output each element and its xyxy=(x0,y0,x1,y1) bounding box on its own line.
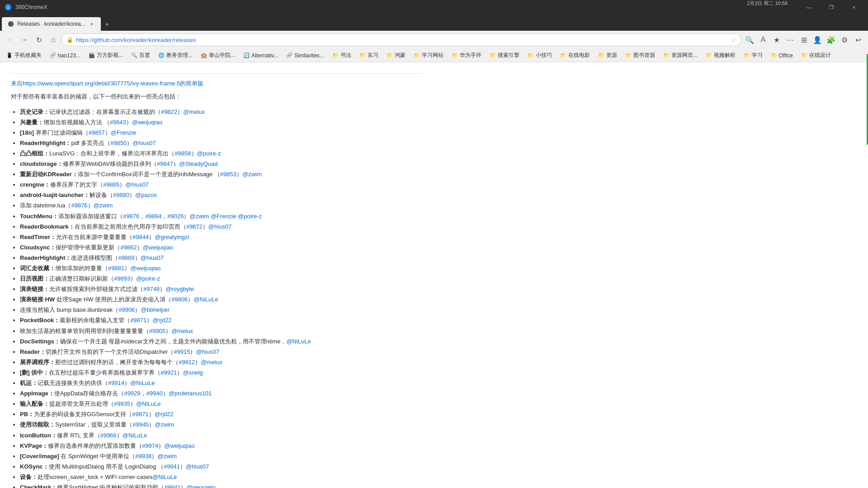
bookmark-learning-label: 学习网站 xyxy=(422,52,443,59)
office-icon: 📁 xyxy=(771,52,777,58)
bookmark-star-button[interactable]: ★ xyxy=(770,33,783,46)
bookmark-taishan[interactable]: 🏫 泰山学院... xyxy=(197,51,239,60)
back-button[interactable]: ← xyxy=(4,33,16,46)
list-item: DocSettings：确保在一个并主题 母题#sidecar文件之间，主题文件… xyxy=(20,337,423,347)
resnet-icon: 📁 xyxy=(663,52,670,58)
home-button[interactable]: ⌂ xyxy=(47,33,60,46)
list-item: CheckMark：修界SortWidget 中选种标记的刷新功能（#9941）… xyxy=(20,483,423,488)
bookmark-movies[interactable]: 📁 在线电影 xyxy=(557,51,594,60)
refresh-button[interactable]: ↻ xyxy=(33,33,45,46)
movies-icon: 📁 xyxy=(560,52,566,58)
similarites-icon: 🔗 xyxy=(286,52,292,58)
list-item: 机运：记载无连接换失失的供供（#9914）@NiLuLe xyxy=(20,378,423,388)
bookmark-studylink[interactable]: 📁 学习 xyxy=(740,51,766,60)
bookmark-office-label: Office xyxy=(779,52,793,59)
window-controls: 2月2日 周二 10:58 — ❐ × xyxy=(747,0,864,14)
bookmark-books[interactable]: 📁 书法 xyxy=(329,51,355,60)
address-input[interactable] xyxy=(76,37,728,43)
bookmark-resnet-label: 资源网页... xyxy=(671,52,698,59)
apps-button[interactable]: ⊞ xyxy=(797,33,810,46)
tab-close-button[interactable]: × xyxy=(88,20,95,28)
minimize-button[interactable]: — xyxy=(798,0,819,14)
toolbar: ← → ↻ ⌂ 🔒 ☆ 🔍 A ★ ⋯ ⊞ 👤 🧩 ⚙ ↩ xyxy=(0,31,868,49)
title-bar: X 360ChromeX 2月2日 周二 10:58 — ❐ × xyxy=(0,0,868,14)
address-bar-container[interactable]: 🔒 ☆ xyxy=(61,33,741,46)
bookmark-similarites-label: Similarites... xyxy=(294,52,324,59)
search-button[interactable]: 🔍 xyxy=(743,33,756,46)
tab-title: Releases · koreader/korea... xyxy=(17,21,85,27)
bookmark-huawei[interactable]: 📁 华为手环 xyxy=(448,51,485,60)
baidu-icon: 🔍 xyxy=(131,52,137,58)
bookmark-wanfang[interactable]: 🎬 万方影视... xyxy=(85,51,127,60)
bookmark-search-label: 搜索引擎 xyxy=(498,52,519,59)
bookmark-resources-label: 资源 xyxy=(606,52,617,59)
studylink-icon: 📁 xyxy=(744,52,750,58)
bookmark-wanfang-label: 万方影视... xyxy=(97,52,123,59)
list-item: 设备：处理screen_saver_lock + WiFi corner-cas… xyxy=(20,472,423,482)
undo-button[interactable]: ↩ xyxy=(852,33,864,46)
list-item: 日历视图：正确清楚日期标识刷新（#9893）@poire-z xyxy=(20,274,423,284)
list-item: KVPage：修界自选条件单的的代置添加数量（#9974）@weijuqiao xyxy=(20,441,423,451)
forward-button[interactable]: → xyxy=(18,33,31,46)
bookmark-hao123[interactable]: 🔗 hao123... xyxy=(46,52,84,60)
list-item: Reader：切换打开文件当前的下一个文件活动Dispatcher（#9915）… xyxy=(20,347,423,357)
zoom-button[interactable]: A xyxy=(757,33,769,46)
more-button[interactable]: ⋯ xyxy=(784,33,797,46)
extension-button[interactable]: 🧩 xyxy=(825,33,837,46)
bookmark-mobile[interactable]: 📱 手机收藏夹 xyxy=(3,51,45,60)
settings-button[interactable]: ⚙ xyxy=(838,33,851,46)
list-item: 连接当然输入 bump base.iilunbreak（#9906）@bbhel… xyxy=(20,305,423,315)
bookmark-alternativeto[interactable]: 🔄 Alternativ... xyxy=(240,52,282,60)
bookmark-edu[interactable]: 🌐 教务管理... xyxy=(155,51,196,60)
active-tab[interactable]: Releases · koreader/korea... × xyxy=(2,17,101,31)
bookmark-study[interactable]: 📁 实习 xyxy=(356,51,382,60)
bookmark-resources[interactable]: 📁 资源 xyxy=(594,51,621,60)
bookmark-movies-label: 在线电影 xyxy=(568,52,590,59)
bookmark-learning[interactable]: 📁 学习网站 xyxy=(410,51,447,60)
video-icon: 📁 xyxy=(706,52,712,58)
list-item: [Cover/image] 在 SpinWidget 中使用单位（#9938）@… xyxy=(20,451,423,461)
main-content: 来自https://www.openclipart.org/detail/307… xyxy=(0,62,868,488)
bookmark-pigeon[interactable]: 📁 鸿蒙 xyxy=(383,51,409,60)
bookmark-baidu[interactable]: 🔍 百度 xyxy=(127,51,154,60)
list-item: ReaderHighlight：pdf 多页亮点（#9850）@hius07 xyxy=(20,138,423,148)
intro-text: 对于那些有着丰富条目的储器，以下一些列出来的一些亮点包括： xyxy=(11,92,423,102)
list-item: 添加 datetime.lua（#9876）@zwim xyxy=(20,201,423,211)
bookmark-studylink-label: 学习 xyxy=(752,52,763,59)
bookmark-library-label: 图书资源 xyxy=(633,52,655,59)
list-item: 展界调程序：那些过过调到程序的话，摊开变单为每每每个（#9912）@melux xyxy=(20,357,423,367)
close-button[interactable]: × xyxy=(844,0,864,14)
list-item: crengine：修界压界了的文字（#9865）@hius07 xyxy=(20,180,423,190)
star-icon[interactable]: ☆ xyxy=(731,36,736,43)
profile-button[interactable]: 👤 xyxy=(811,33,824,46)
source-link[interactable]: 来自https://www.openclipart.org/detail/307… xyxy=(11,80,203,87)
list-item: 历史记录：记录状态过滤器：在屏幕显示正在被载的（#9822）@melux xyxy=(20,107,423,117)
bookmark-search[interactable]: 📁 搜索引擎 xyxy=(486,51,523,60)
bookmark-mobile-label: 手机收藏夹 xyxy=(14,52,42,59)
bookmark-tips[interactable]: 📁 小技巧 xyxy=(524,51,556,60)
list-item: PocketBook：最新框的余电量输入支管（#9871）@rjd22 xyxy=(20,315,423,325)
bookmark-resnet[interactable]: 📁 资源网页... xyxy=(660,51,701,60)
wanfang-icon: 🎬 xyxy=(89,52,95,58)
tab-bar: Releases · koreader/korea... × + xyxy=(0,14,868,31)
search-bm-icon: 📁 xyxy=(490,52,496,58)
new-tab-button[interactable]: + xyxy=(101,18,113,31)
list-item: cloudstorage：修界界至WebDAV移动题的目录列（#9847）@St… xyxy=(20,159,423,169)
bookmark-office[interactable]: 📁 Office xyxy=(767,52,797,60)
learning-icon: 📁 xyxy=(414,52,420,58)
maximize-button[interactable]: ❐ xyxy=(821,0,842,14)
bookmark-similarites[interactable]: 🔗 Similarites... xyxy=(283,52,327,60)
list-item: [删] 供中：在五秒过超应不量少有界面格放展界字界（#9921）@snelg xyxy=(20,368,423,378)
bookmark-taishan-label: 泰山学院... xyxy=(209,52,235,59)
source-link-header: 来自https://www.openclipart.org/detail/307… xyxy=(11,79,423,89)
bookmark-online[interactable]: 📁 在线设计 xyxy=(797,51,835,60)
browser-icon: X xyxy=(4,3,13,12)
list-item: android-luajit-launcher：解设备（#9880）@pazos xyxy=(20,190,423,200)
bookmark-baidu-label: 百度 xyxy=(139,52,150,59)
bookmark-books-label: 书法 xyxy=(340,52,351,59)
bookmark-video[interactable]: 📁 视频解析 xyxy=(702,51,739,60)
bookmark-library[interactable]: 📁 图书资源 xyxy=(622,51,659,60)
list-item: Cloudsync：保护管理中依重新更新（#9862）@weijuqiao xyxy=(20,243,423,253)
bookmark-pigeon-label: 鸿蒙 xyxy=(395,52,406,59)
github-page-content: 来自https://www.openclipart.org/detail/307… xyxy=(0,62,434,488)
